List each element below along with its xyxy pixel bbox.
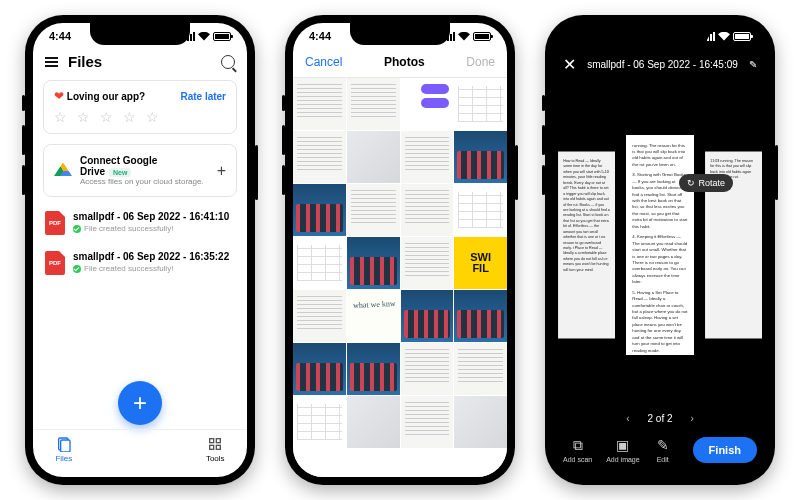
photo-thumb[interactable]	[293, 290, 346, 342]
image-icon: ▣	[614, 436, 632, 454]
page-navigation: ‹ 2 of 2 ›	[553, 407, 767, 430]
photo-thumb[interactable]	[293, 396, 346, 448]
document-title: smallpdf - 06 Sep 2022 - 16:45:09	[584, 59, 741, 70]
scan-icon: ⧉	[569, 436, 587, 454]
wifi-icon	[718, 32, 730, 41]
finish-button[interactable]: Finish	[693, 437, 757, 463]
photo-thumb[interactable]	[401, 78, 454, 130]
picker-title: Photos	[384, 55, 425, 69]
photo-thumb[interactable]	[293, 184, 346, 236]
photo-thumb[interactable]: SWIFIL	[454, 237, 507, 289]
editor-toolbar: ⧉Add scan ▣Add image ✎Edit Finish	[553, 430, 767, 477]
star-icon[interactable]: ☆	[54, 109, 67, 125]
google-drive-icon	[54, 163, 72, 179]
picker-nav: Cancel Photos Done	[293, 47, 507, 78]
tools-icon	[207, 436, 223, 452]
svg-rect-4	[210, 445, 214, 449]
star-icon[interactable]: ☆	[146, 109, 159, 125]
page-canvas: How to Read — Ideally some time in the d…	[553, 82, 767, 407]
photo-thumb[interactable]	[454, 343, 507, 395]
star-icon[interactable]: ☆	[123, 109, 136, 125]
phone-editor: ✕ smallpdf - 06 Sep 2022 - 16:45:09 ✎ Ho…	[545, 15, 775, 485]
check-icon	[73, 265, 81, 273]
wifi-icon	[458, 32, 470, 41]
photo-thumb[interactable]	[293, 78, 346, 130]
file-item[interactable]: PDF smallpdf - 06 Sep 2022 - 16:41:10 Fi…	[33, 203, 247, 243]
rate-later-link[interactable]: Rate later	[180, 91, 226, 102]
svg-rect-3	[217, 439, 221, 443]
gdrive-subtitle: Access files on your cloud storage.	[80, 177, 209, 186]
new-badge: New	[109, 168, 131, 177]
photo-thumb[interactable]	[401, 290, 454, 342]
photo-thumb[interactable]	[347, 343, 400, 395]
tab-label: Tools	[206, 454, 225, 463]
tab-tools[interactable]: Tools	[206, 436, 225, 463]
photo-thumb[interactable]	[401, 184, 454, 236]
svg-rect-5	[217, 445, 221, 449]
search-icon[interactable]	[221, 55, 235, 69]
cancel-button[interactable]: Cancel	[305, 55, 342, 69]
status-time: 4:44	[49, 30, 71, 42]
page-preview-prev[interactable]: How to Read — Ideally some time in the d…	[558, 151, 615, 338]
prev-page-icon[interactable]: ‹	[626, 413, 629, 424]
edit-button[interactable]: ✎Edit	[654, 436, 672, 463]
photo-thumb[interactable]	[454, 131, 507, 183]
file-name: smallpdf - 06 Sep 2022 - 16:41:10	[73, 211, 229, 222]
done-button[interactable]: Done	[466, 55, 495, 69]
rating-card: ❤ Loving our app? Rate later ☆☆☆☆☆	[43, 80, 237, 134]
battery-icon	[733, 32, 751, 41]
photo-thumb[interactable]	[401, 237, 454, 289]
photo-grid: SWIFIL	[293, 78, 507, 477]
photo-thumb[interactable]	[347, 131, 400, 183]
edit-icon: ✎	[654, 436, 672, 454]
photo-thumb[interactable]	[347, 237, 400, 289]
pdf-icon: PDF	[45, 251, 65, 275]
page-indicator: 2 of 2	[647, 413, 672, 424]
svg-rect-2	[210, 439, 214, 443]
photo-thumb[interactable]	[454, 184, 507, 236]
file-item[interactable]: PDF smallpdf - 06 Sep 2022 - 16:35:22 Fi…	[33, 243, 247, 283]
battery-icon	[213, 32, 231, 41]
rating-stars[interactable]: ☆☆☆☆☆	[54, 109, 226, 125]
page-title: Files	[68, 53, 211, 70]
photo-thumb[interactable]	[454, 290, 507, 342]
pdf-icon: PDF	[45, 211, 65, 235]
add-fab-button[interactable]: +	[118, 381, 162, 425]
tab-label: Files	[55, 454, 72, 463]
star-icon[interactable]: ☆	[77, 109, 90, 125]
file-name: smallpdf - 06 Sep 2022 - 16:35:22	[73, 251, 229, 262]
files-icon	[56, 436, 72, 452]
photo-thumb[interactable]	[293, 237, 346, 289]
tab-bar: Files Tools	[33, 429, 247, 477]
photo-thumb[interactable]	[347, 78, 400, 130]
photo-thumb[interactable]	[293, 343, 346, 395]
svg-rect-1	[60, 440, 69, 452]
notch	[610, 23, 710, 45]
edit-title-icon[interactable]: ✎	[749, 59, 757, 70]
photo-thumb[interactable]	[454, 396, 507, 448]
add-image-button[interactable]: ▣Add image	[606, 436, 639, 463]
rating-heading: Loving our app?	[67, 91, 145, 102]
photo-thumb[interactable]	[293, 131, 346, 183]
close-icon[interactable]: ✕	[563, 55, 576, 74]
battery-icon	[473, 32, 491, 41]
photo-thumb[interactable]	[347, 290, 400, 342]
page-preview-current[interactable]: running. The reason for this is that you…	[626, 135, 693, 355]
photo-thumb[interactable]	[401, 396, 454, 448]
photo-thumb[interactable]	[401, 343, 454, 395]
rotate-button[interactable]: Rotate	[679, 174, 733, 192]
menu-icon[interactable]	[45, 57, 58, 67]
add-scan-button[interactable]: ⧉Add scan	[563, 436, 592, 463]
add-icon[interactable]: +	[217, 162, 226, 180]
tab-files[interactable]: Files	[55, 436, 72, 463]
star-icon[interactable]: ☆	[100, 109, 113, 125]
photo-thumb[interactable]	[401, 131, 454, 183]
photo-thumb[interactable]	[454, 78, 507, 130]
status-time: 4:44	[309, 30, 331, 42]
google-drive-card[interactable]: Connect Google DriveNew Access files on …	[43, 144, 237, 197]
phone-files: 4:44 Files ❤ Loving our app? Rate later …	[25, 15, 255, 485]
heart-icon: ❤	[54, 89, 64, 103]
photo-thumb[interactable]	[347, 396, 400, 448]
photo-thumb[interactable]	[347, 184, 400, 236]
next-page-icon[interactable]: ›	[691, 413, 694, 424]
